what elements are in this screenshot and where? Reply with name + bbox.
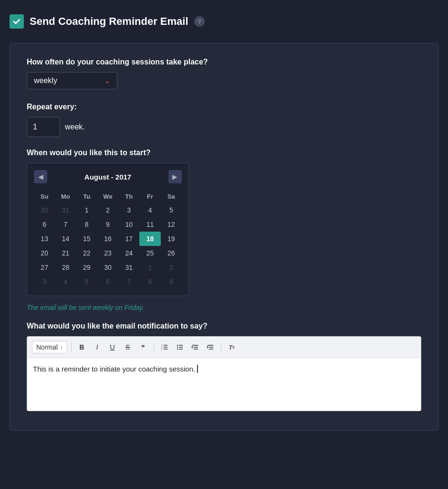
calendar-day[interactable]: 24: [118, 246, 139, 260]
calendar-day[interactable]: 31: [118, 260, 139, 275]
svg-point-9: [177, 345, 177, 346]
calendar-day-header: Tu: [76, 190, 97, 203]
calendar-day[interactable]: 2: [97, 203, 118, 217]
calendar-question: When would you like this to start?: [27, 149, 421, 157]
calendar-day[interactable]: 19: [161, 232, 182, 246]
calendar-day[interactable]: 5: [76, 275, 97, 289]
frequency-dropdown[interactable]: weekly ⌄: [27, 72, 117, 89]
rte-content-area[interactable]: This is a reminder to initiate your coac…: [27, 358, 421, 411]
calendar-day[interactable]: 26: [161, 246, 182, 260]
style-select-value: Normal: [36, 343, 58, 351]
calendar-day[interactable]: 9: [161, 275, 182, 289]
calendar-day[interactable]: 2: [161, 260, 182, 275]
calendar-day[interactable]: 11: [139, 217, 160, 232]
calendar-day[interactable]: 25: [139, 246, 160, 260]
repeat-label: Repeat every:: [27, 103, 421, 111]
calendar-day[interactable]: 9: [97, 217, 118, 232]
calendar-grid: SuMoTuWeThFrSa 3031123456789101112131415…: [34, 190, 182, 289]
calendar-day[interactable]: 14: [55, 232, 76, 246]
schedule-info-text: The email will be sent weekly on Friday.: [27, 304, 421, 311]
calendar-day[interactable]: 5: [161, 203, 182, 217]
toolbar-divider-3: [221, 342, 221, 352]
svg-text:3: 3: [161, 348, 163, 350]
svg-point-11: [177, 349, 177, 350]
page-title: Send Coaching Reminder Email: [30, 15, 188, 28]
underline-button[interactable]: U: [106, 340, 119, 354]
main-card: How often do your coaching sessions take…: [10, 43, 438, 431]
indent-decrease-button[interactable]: [188, 340, 202, 354]
calendar-day[interactable]: 18: [139, 232, 160, 246]
calendar-day[interactable]: 1: [139, 260, 160, 275]
notification-question: What would you like the email notificati…: [27, 322, 421, 330]
calendar-day[interactable]: 23: [97, 246, 118, 260]
calendar-day[interactable]: 6: [34, 217, 55, 232]
calendar-day[interactable]: 7: [118, 275, 139, 289]
calendar-week-row: 13141516171819: [34, 232, 182, 246]
ordered-list-button[interactable]: 123: [158, 340, 171, 354]
calendar-section: When would you like this to start? ◀ Aug…: [27, 149, 421, 296]
chevron-down-icon: ⌄: [104, 77, 110, 85]
calendar-week-row: 3456789: [34, 275, 182, 289]
calendar-day[interactable]: 16: [97, 232, 118, 246]
calendar-day[interactable]: 29: [76, 260, 97, 275]
calendar-day[interactable]: 3: [34, 275, 55, 289]
calendar-week-row: 20212223242526: [34, 246, 182, 260]
calendar-day[interactable]: 15: [76, 232, 97, 246]
calendar-day[interactable]: 10: [118, 217, 139, 232]
repeat-unit: week.: [65, 123, 85, 131]
calendar-week-row: 272829303112: [34, 260, 182, 275]
italic-button[interactable]: I: [91, 340, 104, 354]
style-select[interactable]: Normal ↕: [32, 341, 67, 353]
calendar-day[interactable]: 6: [97, 275, 118, 289]
calendar-days-header: SuMoTuWeThFrSa: [34, 190, 182, 203]
calendar-week-row: 303112345: [34, 203, 182, 217]
repeat-input[interactable]: [27, 117, 60, 137]
calendar-day[interactable]: 8: [139, 275, 160, 289]
svg-point-10: [177, 347, 177, 348]
help-icon[interactable]: ?: [194, 16, 205, 27]
calendar-day[interactable]: 8: [76, 217, 97, 232]
calendar-day[interactable]: 31: [55, 203, 76, 217]
clear-format-button[interactable]: Tx: [225, 340, 239, 354]
calendar-day-header: Th: [118, 190, 139, 203]
calendar-day[interactable]: 30: [97, 260, 118, 275]
toolbar-divider-2: [154, 342, 154, 352]
rich-text-editor: Normal ↕ B I U S ❝ 123: [27, 336, 421, 411]
rte-text: This is a reminder to initiate your coac…: [33, 365, 195, 373]
calendar-day-header: Sa: [161, 190, 182, 203]
calendar-day[interactable]: 4: [55, 275, 76, 289]
calendar-day-header: Fr: [139, 190, 160, 203]
calendar-day[interactable]: 12: [161, 217, 182, 232]
calendar-day[interactable]: 13: [34, 232, 55, 246]
bold-button[interactable]: B: [75, 340, 89, 354]
checkbox-icon[interactable]: [10, 14, 24, 29]
calendar-day[interactable]: 22: [76, 246, 97, 260]
calendar-day[interactable]: 17: [118, 232, 139, 246]
calendar-week-row: 6789101112: [34, 217, 182, 232]
repeat-row: week.: [27, 117, 421, 137]
calendar-day[interactable]: 21: [55, 246, 76, 260]
calendar-body: 3031123456789101112131415161718192021222…: [34, 203, 182, 289]
calendar-day[interactable]: 28: [55, 260, 76, 275]
calendar-day[interactable]: 30: [34, 203, 55, 217]
unordered-list-button[interactable]: [173, 340, 187, 354]
page-wrapper: Send Coaching Reminder Email ? How often…: [10, 10, 438, 431]
calendar-next-button[interactable]: ▶: [168, 170, 182, 183]
frequency-value: weekly: [34, 76, 57, 85]
calendar-day[interactable]: 7: [55, 217, 76, 232]
repeat-section: Repeat every: week.: [27, 103, 421, 137]
calendar-day[interactable]: 3: [118, 203, 139, 217]
calendar-day[interactable]: 4: [139, 203, 160, 217]
calendar-prev-button[interactable]: ◀: [34, 170, 47, 183]
rte-toolbar: Normal ↕ B I U S ❝ 123: [27, 337, 421, 358]
cursor: [195, 365, 198, 373]
strikethrough-button[interactable]: S: [121, 340, 135, 354]
calendar-day-header: Su: [34, 190, 55, 203]
calendar-day[interactable]: 27: [34, 260, 55, 275]
calendar-wrapper: ◀ August - 2017 ▶ SuMoTuWeThFrSa 3031123…: [27, 163, 189, 296]
blockquote-button[interactable]: ❝: [136, 340, 150, 354]
toolbar-divider-1: [71, 342, 72, 352]
calendar-day[interactable]: 20: [34, 246, 55, 260]
calendar-day[interactable]: 1: [76, 203, 97, 217]
indent-increase-button[interactable]: [204, 340, 217, 354]
